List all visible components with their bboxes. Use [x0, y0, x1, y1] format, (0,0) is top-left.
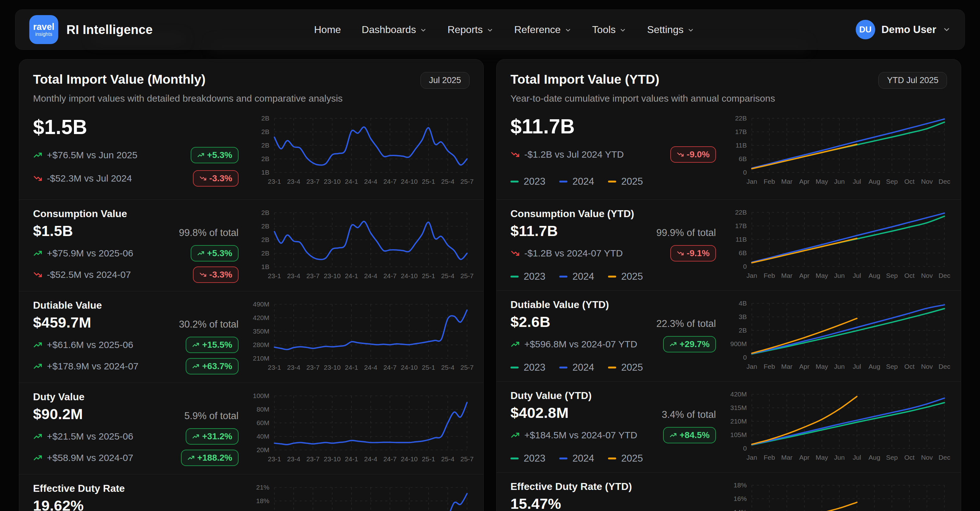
- nav-item-reports[interactable]: Reports: [447, 24, 493, 35]
- svg-text:24-4: 24-4: [364, 364, 377, 371]
- legend-swatch: [608, 275, 616, 277]
- svg-text:Mar: Mar: [781, 178, 792, 185]
- svg-text:0: 0: [743, 445, 747, 452]
- svg-text:Sep: Sep: [886, 178, 897, 185]
- legend-swatch: [608, 366, 616, 368]
- svg-text:22B: 22B: [735, 209, 747, 216]
- metric-value: 15.47%: [511, 495, 561, 511]
- svg-text:22B: 22B: [735, 115, 747, 122]
- nav-item-tools[interactable]: Tools: [592, 24, 627, 35]
- trend-up-icon: [33, 453, 43, 463]
- svg-text:24-10: 24-10: [401, 364, 418, 371]
- line-chart: 100M80M60M40M20M23-123-423-723-1024-124-…: [249, 392, 469, 465]
- trend-down-icon: [677, 151, 684, 158]
- comparison-row: +$76.5M vs Jun 2025+5.3%: [33, 147, 239, 163]
- svg-text:23-7: 23-7: [306, 455, 320, 463]
- svg-text:Feb: Feb: [764, 178, 775, 185]
- card-title: Total Import Value (YTD): [511, 72, 659, 87]
- svg-text:May: May: [816, 363, 828, 370]
- line-chart: 490M420M350M280M210M23-123-423-723-1024-…: [249, 301, 469, 374]
- chevron-down-icon: [565, 27, 571, 33]
- svg-text:2B: 2B: [261, 128, 269, 135]
- comparison-row: +$178.9M vs 2024-07+63.7%: [33, 358, 239, 374]
- svg-text:11B: 11B: [735, 142, 747, 149]
- metric-chart: 420M315M210M105M0JanFebMarAprMayJunJulAu…: [727, 390, 947, 463]
- trend-down-icon: [33, 270, 43, 279]
- legend-label: 2023: [524, 362, 546, 373]
- legend-swatch: [511, 457, 519, 459]
- card-title: Total Import Value (Monthly): [33, 72, 205, 87]
- svg-text:Jan: Jan: [746, 363, 757, 370]
- user-menu[interactable]: DU Demo User: [856, 20, 951, 39]
- nav-item-label: Dashboards: [361, 24, 416, 35]
- comparison-row: -$1.2B vs 2024-07 YTD-9.1%: [511, 245, 716, 261]
- trend-up-icon: [192, 363, 199, 370]
- comparison-text: +$184.5M vs 2024-07 YTD: [524, 430, 637, 441]
- metric-share: 30.2% of total: [179, 319, 239, 330]
- comparison-row: -$52.5M vs 2024-07-3.3%: [33, 266, 239, 283]
- svg-text:Aug: Aug: [869, 363, 880, 370]
- legend-item-2023: 2023: [511, 362, 546, 373]
- change-badge: +5.3%: [191, 245, 239, 261]
- metric-value: $459.7M: [33, 314, 91, 331]
- legend-swatch: [559, 366, 567, 368]
- legend-item-2023: 2023: [511, 271, 546, 282]
- nav-item-reference[interactable]: Reference: [514, 24, 571, 35]
- legend-label: 2025: [621, 176, 643, 187]
- metric-chart: 2B2B2B2B1B23-123-423-723-1024-124-424-72…: [249, 209, 469, 282]
- svg-text:11B: 11B: [735, 236, 747, 243]
- svg-text:210M: 210M: [253, 355, 269, 362]
- svg-text:25-7: 25-7: [460, 455, 474, 463]
- svg-text:Dec: Dec: [939, 454, 950, 461]
- trend-up-icon: [197, 151, 205, 159]
- legend-label: 2023: [524, 271, 546, 282]
- change-badge: +84.5%: [663, 427, 716, 443]
- trend-down-icon: [199, 175, 207, 182]
- nav-item-settings[interactable]: Settings: [647, 24, 694, 35]
- metric-title: Effective Duty Rate: [33, 483, 239, 494]
- change-badge-value: -9.1%: [687, 248, 710, 258]
- metric-title: Consumption Value (YTD): [511, 208, 716, 220]
- metric-row-consumption-value: Consumption Value$1.5B99.8% of total+$75…: [33, 200, 469, 291]
- svg-text:2B: 2B: [261, 155, 269, 162]
- metric-share: 5.9% of total: [185, 410, 239, 422]
- svg-text:0: 0: [743, 263, 747, 270]
- avatar[interactable]: DU: [856, 20, 875, 39]
- metric-chart: 21%18%15%12%9%23-123-423-723-1024-124-42…: [249, 484, 469, 511]
- svg-text:Nov: Nov: [921, 363, 933, 370]
- brand[interactable]: ravel insights RI Intelligence: [29, 15, 153, 44]
- legend-item-2023: 2023: [511, 176, 546, 187]
- svg-text:315M: 315M: [730, 404, 747, 411]
- metric-row-duty-value-ytd: Duty Value (YTD)$402.8M3.4% of total+$18…: [511, 382, 947, 472]
- svg-text:2B: 2B: [261, 115, 269, 122]
- svg-text:24-1: 24-1: [345, 364, 358, 371]
- chart-legend: 202320242025: [511, 271, 716, 282]
- metric-value: $2.6B: [511, 313, 550, 330]
- svg-text:24-1: 24-1: [345, 272, 358, 279]
- trend-up-icon: [197, 250, 205, 257]
- trend-up-icon: [511, 339, 520, 349]
- svg-text:23-4: 23-4: [287, 178, 300, 185]
- trend-up-icon: [33, 432, 43, 441]
- comparison-row: -$1.2B vs Jul 2024 YTD-9.0%: [511, 146, 716, 163]
- comparison-row: -$52.3M vs Jul 2024-3.3%: [33, 170, 239, 186]
- metric-title: Dutiable Value: [33, 299, 239, 311]
- metric-title: Duty Value (YTD): [511, 390, 716, 401]
- metric-title: Effective Duty Rate (YTD): [511, 481, 716, 492]
- nav-item-dashboards[interactable]: Dashboards: [361, 24, 427, 35]
- svg-text:24-7: 24-7: [383, 272, 396, 279]
- trend-up-icon: [511, 339, 520, 349]
- line-chart: 22B17B11B6B0JanFebMarAprMayJunJulAugSepO…: [727, 115, 947, 188]
- legend-swatch: [559, 181, 567, 183]
- svg-text:Sep: Sep: [886, 272, 897, 279]
- legend-swatch: [608, 181, 616, 183]
- svg-text:Jul: Jul: [853, 363, 861, 370]
- nav-item-home[interactable]: Home: [314, 24, 341, 35]
- svg-text:25-7: 25-7: [460, 178, 474, 185]
- metric-row-dutiable-value-ytd: Dutiable Value (YTD)$2.6B22.3% of total+…: [511, 291, 947, 381]
- svg-text:Apr: Apr: [799, 178, 810, 185]
- nav-item-label: Settings: [647, 24, 684, 35]
- svg-text:23-7: 23-7: [306, 178, 320, 185]
- svg-text:60M: 60M: [256, 419, 269, 427]
- trend-down-icon: [33, 174, 43, 183]
